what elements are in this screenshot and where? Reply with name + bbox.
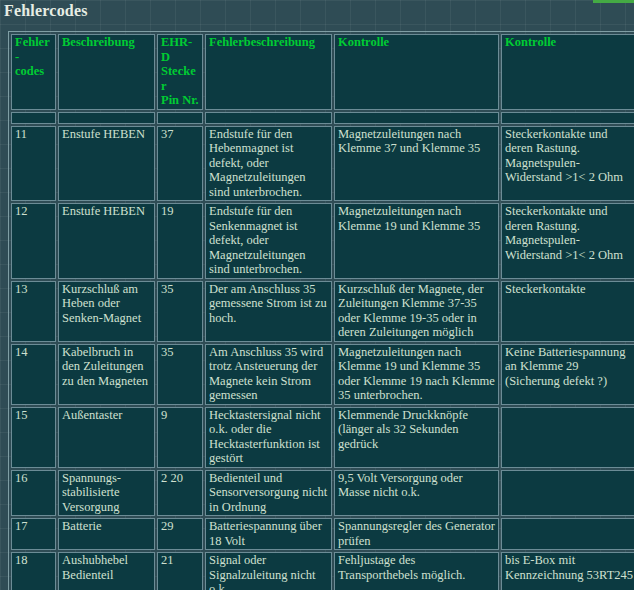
table-cell: Spannungs-stabilisierte Versorgung [58,470,155,517]
table-cell [501,112,634,124]
table-cell: 11 [11,126,56,202]
table-row: 18Aushubhebel Bedienteil21Signal oder Si… [11,552,634,590]
table-cell: Der am Anschluss 35 gemessene Strom ist … [205,281,332,342]
table-cell [501,407,634,468]
table-cell: Keine Batteriespannung an Klemme 29 (Sic… [501,344,634,405]
table-row: 12Enstufe HEBEN19Endstufe für den Senken… [11,203,634,279]
column-header: Fehlerbeschreibung [205,34,332,110]
table-cell: 17 [11,518,56,550]
table-cell [11,112,56,124]
table-row [11,112,634,124]
table-body: 11Enstufe HEBEN37Endstufe für den Hebenm… [11,112,634,590]
table-cell [205,112,332,124]
table-cell: 9 [157,407,203,468]
table-cell: Steckerkontakte und deren Rastung. Magne… [501,126,634,202]
table-row: 15Außentaster9Hecktastersignal nicht o.k… [11,407,634,468]
table-cell [334,112,499,124]
table-cell: Endstufe für den Senkenmagnet ist defekt… [205,203,332,279]
column-header: Beschreibung [58,34,155,110]
table-cell [157,112,203,124]
table-cell: 12 [11,203,56,279]
fehlercodes-table: Fehler- codesBeschreibungEHR-D Stecker P… [8,31,634,590]
table-cell: 15 [11,407,56,468]
page-title: Fehlercodes [4,2,634,20]
table-cell: 35 [157,344,203,405]
table-cell: 9,5 Volt Versorgung oder Masse nicht o.k… [334,470,499,517]
table-cell: 16 [11,470,56,517]
table-cell: 13 [11,281,56,342]
table-cell: Signal oder Signalzuleitung nicht o.k. [205,552,332,590]
table-cell: Enstufe HEBEN [58,126,155,202]
table-cell [501,470,634,517]
table-row: 11Enstufe HEBEN37Endstufe für den Hebenm… [11,126,634,202]
table-cell: bis E-Box mit Kennzeichnung 53RT245 [501,552,634,590]
table-cell: Kurzschluß am Heben oder Senken-Magnet [58,281,155,342]
table-cell: Magnetzuleitungen nach Klemme 19 und Kle… [334,344,499,405]
table-cell: 18 [11,552,56,590]
table-cell: Endstufe für den Hebenmagnet ist defekt,… [205,126,332,202]
table-cell: 19 [157,203,203,279]
table-cell: Spannungsregler des Generator prüfen [334,518,499,550]
column-header: EHR-D Stecker Pin Nr. [157,34,203,110]
table-cell: Enstufe HEBEN [58,203,155,279]
table-cell: 29 [157,518,203,550]
table-cell: Magnetzuleitungen nach Klemme 19 und Kle… [334,203,499,279]
table-cell: Steckerkontakte und deren Rastung. Magne… [501,203,634,279]
table-cell: Fehljustage des Transporthebels möglich. [334,552,499,590]
table-cell: Kabelbruch in den Zuleitungen zu den Mag… [58,344,155,405]
table-cell: 35 [157,281,203,342]
table-cell: Steckerkontakte [501,281,634,342]
table-cell: Kurzschluß der Magnete, der Zuleitungen … [334,281,499,342]
table-cell: 37 [157,126,203,202]
table-cell: Hecktastersignal nicht o.k. oder die Hec… [205,407,332,468]
top-right-green-bar [593,0,634,3]
column-header: Kontrolle [501,34,634,110]
table-cell: 2 20 [157,470,203,517]
table-cell: Aushubhebel Bedienteil [58,552,155,590]
page: Fehlercodes Fehler- codesBeschreibungEHR… [0,2,634,590]
table-row: 13Kurzschluß am Heben oder Senken-Magnet… [11,281,634,342]
table-cell: Batterie [58,518,155,550]
table-cell: Bedienteil und Sensorversorgung nicht in… [205,470,332,517]
column-header: Fehler- codes [11,34,56,110]
table-cell [501,518,634,550]
table-cell: Außentaster [58,407,155,468]
table-row: 16Spannungs-stabilisierte Versorgung2 20… [11,470,634,517]
table-cell: 21 [157,552,203,590]
column-header: Kontrolle [334,34,499,110]
table-cell: Magnetzuleitungen nach Klemme 37 und Kle… [334,126,499,202]
table-cell: Klemmende Druckknöpfe (länger als 32 Sek… [334,407,499,468]
table-cell [58,112,155,124]
header-row: Fehler- codesBeschreibungEHR-D Stecker P… [11,34,634,110]
table-cell: Batteriespannung über 18 Volt [205,518,332,550]
table-row: 14Kabelbruch in den Zuleitungen zu den M… [11,344,634,405]
table-cell: 14 [11,344,56,405]
table-cell: Am Anschluss 35 wird trotz Ansteuerung d… [205,344,332,405]
table-row: 17Batterie29Batteriespannung über 18 Vol… [11,518,634,550]
